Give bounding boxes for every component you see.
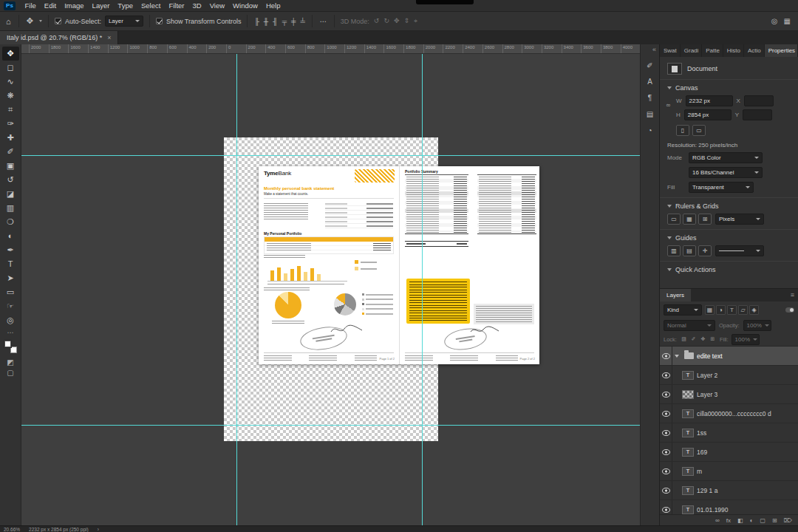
lock-position-icon[interactable]: ✥ [699, 335, 707, 344]
panel-tab[interactable]: Actio [744, 44, 765, 57]
zoom-tool[interactable]: ◎ [2, 313, 19, 327]
scale-3d-icon[interactable]: ⌖ [413, 17, 418, 25]
menu-item[interactable]: Help [262, 0, 284, 12]
dodge-tool[interactable]: ◐ [2, 229, 19, 243]
new-layer-icon[interactable]: ⊞ [772, 517, 777, 524]
group-expand-caret-icon[interactable] [675, 355, 679, 358]
clone-stamp-tool[interactable]: ▣ [2, 159, 19, 173]
path-selection-tool[interactable]: ➤ [2, 271, 19, 285]
layer-row[interactable]: cilla0000000...cccccccc0 d [660, 404, 798, 423]
eyedropper-tool[interactable]: ✑ [2, 117, 19, 131]
drag-3d-icon[interactable]: ✥ [393, 17, 400, 25]
history-brush-tool[interactable]: ↺ [2, 173, 19, 187]
brush-tool[interactable]: ✐ [2, 145, 19, 159]
grid-toggle-icon[interactable]: ▦ [683, 214, 696, 225]
lock-transparency-icon[interactable]: ▨ [680, 335, 688, 344]
blur-tool[interactable]: ❍ [2, 215, 19, 229]
filter-smart-objects-icon[interactable]: ◈ [749, 305, 759, 315]
link-dimensions-icon[interactable]: 8 [666, 104, 671, 107]
shape-tool[interactable]: ▭ [2, 285, 19, 299]
clear-guides-icon[interactable]: ✛ [698, 245, 712, 256]
x-field[interactable] [744, 95, 774, 106]
quick-mask-icon[interactable]: ◩ [7, 358, 13, 366]
landscape-orientation-icon[interactable]: ▭ [692, 125, 706, 136]
layer-thumbnail[interactable] [682, 371, 694, 380]
bit-depth-select[interactable]: 16 Bits/Channel [689, 167, 763, 178]
layer-thumbnail[interactable] [682, 467, 694, 476]
tab-layers[interactable]: Layers [660, 289, 691, 301]
quick-selection-tool[interactable]: ❋ [2, 89, 19, 103]
units-select[interactable]: Pixels [715, 214, 764, 225]
menu-item[interactable]: File [21, 0, 40, 12]
align-left-edges-icon[interactable]: ╟ [253, 18, 259, 25]
layer-name[interactable]: 1ss [697, 429, 709, 437]
new-guide-layout-icon[interactable]: ▥ [667, 245, 681, 256]
vertical-guide[interactable] [236, 54, 237, 525]
visibility-eye-icon[interactable] [660, 385, 672, 403]
horizontal-guide[interactable] [21, 155, 640, 156]
layer-name[interactable]: Layer 3 [697, 391, 720, 398]
crop-tool[interactable]: ⌗ [2, 103, 19, 117]
pen-tool[interactable]: ✒ [2, 243, 19, 257]
layer-row[interactable]: 01.01.1990 [660, 500, 798, 514]
layer-row[interactable]: edite text [660, 347, 798, 366]
align-horizontal-centers-icon[interactable]: ╫ [263, 18, 269, 25]
healing-brush-tool[interactable]: ✚ [2, 131, 19, 145]
align-bottom-edges-icon[interactable]: ╧ [299, 18, 305, 25]
foreground-background-swatches[interactable] [4, 341, 17, 353]
quick-actions-section-header[interactable]: Quick Actions [667, 266, 791, 273]
menu-item[interactable]: Image [61, 0, 88, 12]
panel-menu-icon[interactable]: ≡ [791, 289, 798, 301]
layer-thumbnail[interactable] [682, 409, 694, 418]
guides-from-shape-icon[interactable]: ▤ [683, 245, 696, 256]
collapse-panels-icon[interactable]: « [652, 46, 659, 53]
portrait-orientation-icon[interactable]: ▯ [676, 125, 689, 136]
align-right-edges-icon[interactable]: ╢ [272, 18, 278, 25]
visibility-eye-icon[interactable] [660, 443, 672, 461]
eraser-tool[interactable]: ◪ [2, 187, 19, 201]
layer-name[interactable]: Layer 2 [697, 372, 720, 379]
move-tool[interactable]: ✥ [2, 47, 19, 61]
filter-toggle-icon[interactable] [785, 307, 794, 313]
link-layers-icon[interactable]: ∞ [715, 517, 720, 524]
vertical-guide[interactable] [422, 54, 423, 525]
status-chevron-icon[interactable]: › [98, 527, 99, 532]
delete-layer-icon[interactable]: ⌦ [784, 517, 792, 524]
new-group-icon[interactable]: ▢ [760, 517, 765, 524]
layer-thumbnail[interactable] [684, 352, 694, 359]
panel-tab[interactable]: Properties [765, 44, 798, 57]
more-options-icon[interactable]: ⋯ [318, 18, 328, 25]
slide-3d-icon[interactable]: ⇕ [403, 17, 410, 25]
horizontal-guide[interactable] [21, 425, 640, 426]
screen-mode-icon[interactable]: ▢ [7, 369, 13, 377]
glyphs-panel-icon[interactable]: ▤ [647, 110, 653, 118]
menu-item[interactable]: Filter [165, 0, 188, 12]
gradient-tool[interactable]: ▥ [2, 201, 19, 215]
filter-kind-select[interactable]: Kind [664, 304, 702, 316]
menu-item[interactable]: Edit [40, 0, 60, 12]
layer-name[interactable]: 01.01.1990 [697, 506, 732, 514]
home-icon[interactable]: ⌂ [4, 17, 13, 26]
rulers-grids-section-header[interactable]: Rulers & Grids [667, 202, 791, 210]
marquee-tool[interactable]: ◻ [2, 61, 19, 75]
lasso-tool[interactable]: ∿ [2, 75, 19, 89]
canvas-section-header[interactable]: Canvas [667, 84, 791, 92]
layer-style-icon[interactable]: fx [726, 517, 731, 524]
auto-select-target-select[interactable]: Layer [105, 16, 143, 27]
layer-name[interactable]: edite text [697, 352, 726, 360]
filter-type-layers-icon[interactable]: T [727, 305, 737, 315]
layer-row[interactable]: 169 [660, 443, 798, 462]
lock-artboard-icon[interactable]: ⊞ [709, 335, 717, 344]
panel-tab[interactable]: Histo [723, 44, 744, 57]
orbit-3d-icon[interactable]: ↺ [373, 17, 381, 25]
hand-tool[interactable]: ☞ [2, 299, 19, 313]
layer-thumbnail[interactable] [682, 505, 694, 514]
visibility-eye-icon[interactable] [660, 462, 672, 480]
show-transform-checkbox[interactable] [156, 18, 163, 24]
layer-thumbnail[interactable] [682, 390, 694, 399]
tool-preset-caret-icon[interactable] [39, 20, 42, 22]
edit-toolbar-icon[interactable]: ⋯ [7, 329, 14, 336]
workspace-switcher-icon[interactable]: ▦ [784, 17, 791, 25]
width-field[interactable]: 2232 px [686, 95, 733, 106]
filter-pixel-layers-icon[interactable]: ▦ [705, 305, 715, 315]
